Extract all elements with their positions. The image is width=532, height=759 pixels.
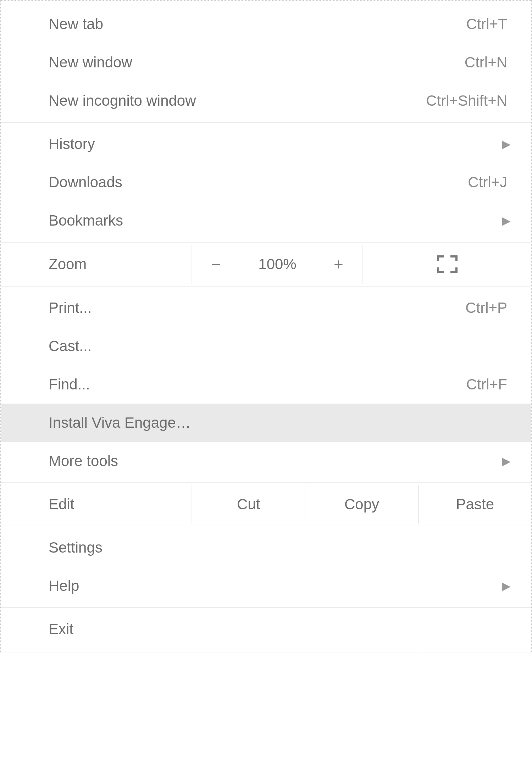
menu-item-shortcut: Ctrl+T [466,16,515,33]
menu-item-new-tab[interactable]: New tab Ctrl+T [1,5,531,43]
cut-button[interactable]: Cut [192,485,305,523]
menu-section: History ▶ Downloads Ctrl+J Bookmarks ▶ [1,123,531,243]
copy-label: Copy [344,496,379,513]
menu-item-label: Cast... [49,338,514,355]
menu-item-label: New tab [49,16,466,33]
zoom-value-text: 100% [258,256,296,273]
menu-item-settings[interactable]: Settings [1,528,531,567]
zoom-label-cell: Zoom [1,245,192,284]
fullscreen-icon [437,255,458,273]
edit-label-cell: Edit [1,485,192,523]
edit-row: Edit Cut Copy Paste [1,485,531,523]
menu-section-zoom: Zoom − 100% + [1,243,531,287]
menu-item-label: Find... [49,376,466,393]
chevron-right-icon: ▶ [502,454,514,468]
menu-item-label: Install Viva Engage… [49,414,514,431]
chevron-right-icon: ▶ [502,137,514,151]
menu-item-label: Settings [49,539,514,556]
menu-item-label: Help [49,577,502,594]
menu-item-downloads[interactable]: Downloads Ctrl+J [1,163,531,201]
chevron-right-icon: ▶ [502,579,514,593]
menu-item-shortcut: Ctrl+P [465,299,514,316]
paste-button[interactable]: Paste [419,485,531,523]
menu-item-label: History [49,135,502,153]
edit-label: Edit [49,496,74,513]
menu-item-history[interactable]: History ▶ [1,125,531,163]
menu-item-install-app[interactable]: Install Viva Engage… [1,404,531,442]
menu-item-label: Bookmarks [49,212,502,229]
menu-item-label: Print... [49,299,465,316]
menu-item-shortcut: Ctrl+Shift+N [426,92,514,109]
menu-item-new-incognito-window[interactable]: New incognito window Ctrl+Shift+N [1,82,531,120]
menu-section: Settings Help ▶ [1,526,531,608]
zoom-label: Zoom [49,256,87,273]
menu-item-cast[interactable]: Cast... [1,327,531,365]
menu-item-label: More tools [49,453,502,470]
menu-item-label: Exit [49,621,514,638]
browser-menu: New tab Ctrl+T New window Ctrl+N New inc… [0,0,532,653]
zoom-out-button[interactable]: − [192,245,240,284]
menu-section: New tab Ctrl+T New window Ctrl+N New inc… [1,3,531,123]
menu-item-print[interactable]: Print... Ctrl+P [1,289,531,327]
menu-section-edit: Edit Cut Copy Paste [1,483,531,526]
menu-item-shortcut: Ctrl+F [466,376,515,393]
menu-item-bookmarks[interactable]: Bookmarks ▶ [1,201,531,240]
menu-item-help[interactable]: Help ▶ [1,567,531,605]
cut-label: Cut [237,496,260,513]
zoom-row: Zoom − 100% + [1,245,531,284]
minus-icon: − [211,255,221,274]
paste-label: Paste [456,496,494,513]
plus-icon: + [334,255,343,274]
menu-item-shortcut: Ctrl+J [468,174,514,191]
menu-item-more-tools[interactable]: More tools ▶ [1,442,531,480]
chevron-right-icon: ▶ [502,214,514,227]
menu-item-find[interactable]: Find... Ctrl+F [1,365,531,404]
menu-item-label: Downloads [49,174,468,191]
copy-button[interactable]: Copy [305,485,419,523]
menu-item-exit[interactable]: Exit [1,610,531,648]
menu-section: Exit [1,608,531,650]
menu-item-new-window[interactable]: New window Ctrl+N [1,43,531,82]
zoom-value: 100% [240,245,315,284]
fullscreen-button[interactable] [362,245,531,284]
menu-item-label: New incognito window [49,92,426,109]
menu-item-shortcut: Ctrl+N [465,54,514,71]
menu-item-label: New window [49,54,465,71]
zoom-in-button[interactable]: + [315,245,362,284]
menu-section: Print... Ctrl+P Cast... Find... Ctrl+F I… [1,287,531,483]
